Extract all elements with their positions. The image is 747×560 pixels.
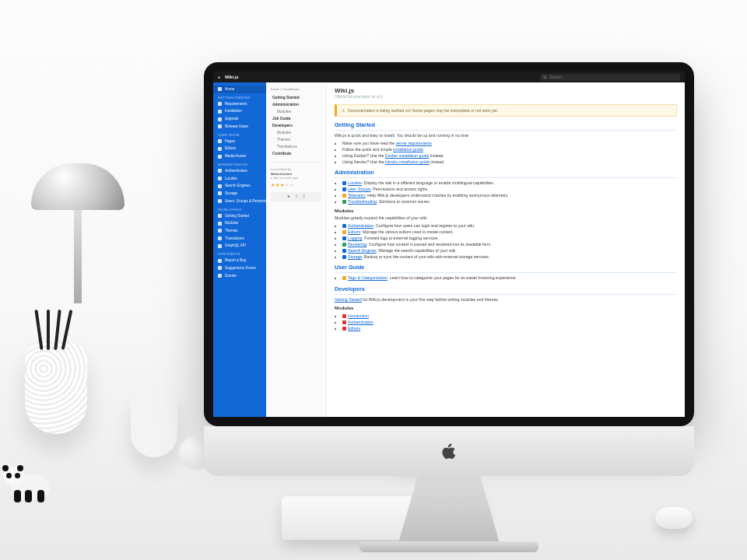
bookmark-icon[interactable]: ◈ bbox=[287, 194, 290, 199]
pencils bbox=[34, 310, 76, 348]
nav-icon bbox=[218, 117, 222, 121]
sidebar-item-label: Requirements bbox=[225, 102, 247, 107]
print-icon[interactable]: ⎙ bbox=[303, 194, 305, 199]
toc-item[interactable]: Getting Started bbox=[271, 95, 321, 102]
link[interactable]: Tags & Categorization bbox=[348, 275, 388, 280]
toc-item[interactable]: Themes bbox=[271, 136, 321, 143]
sidebar-item-label: Pages bbox=[225, 139, 235, 144]
sidebar-item[interactable]: Release Notes bbox=[213, 123, 266, 131]
list-item: User Groups: Permissions and access righ… bbox=[342, 187, 677, 192]
menu-icon[interactable]: ≡ bbox=[218, 75, 220, 80]
sidebar-item[interactable]: Installation bbox=[213, 107, 266, 115]
sidebar-item[interactable]: Upgrade bbox=[213, 115, 266, 123]
sidebar-item[interactable]: Search Engines bbox=[213, 182, 266, 190]
link[interactable]: Authentication bbox=[348, 320, 374, 324]
toc-item[interactable]: Job Guide bbox=[271, 115, 321, 122]
link-dev-getting-started[interactable]: Getting Started bbox=[335, 297, 362, 302]
last-edited-date: a few seconds ago bbox=[271, 176, 321, 180]
sidebar-item[interactable]: Locales bbox=[213, 175, 266, 183]
app-title: Wiki.js bbox=[225, 75, 239, 80]
intro-text: Wiki.js is quick and easy to install. Yo… bbox=[335, 133, 677, 138]
sidebar-item[interactable]: Suggestions Forum bbox=[213, 264, 266, 272]
sidebar-section-label: Developers bbox=[213, 205, 266, 212]
nav-icon bbox=[218, 222, 222, 226]
sidebar-item[interactable]: Themes bbox=[213, 227, 266, 235]
link[interactable]: Editors bbox=[348, 326, 360, 331]
sidebar-item[interactable]: Authentication bbox=[213, 167, 266, 175]
toc-item[interactable]: Contribute bbox=[271, 150, 321, 157]
sidebar-item[interactable]: Media Assets bbox=[213, 152, 266, 160]
heading-modules: Modules bbox=[335, 208, 677, 215]
sidebar-item[interactable]: Modules bbox=[213, 219, 266, 227]
nav-icon bbox=[218, 139, 222, 143]
search-input[interactable] bbox=[549, 75, 677, 79]
sidebar-item[interactable]: Donate bbox=[213, 272, 266, 280]
sidebar-item[interactable]: Users, Groups & Permissions bbox=[213, 198, 266, 205]
sidebar-item[interactable]: GraphQL API bbox=[213, 242, 266, 250]
doc-icon bbox=[342, 243, 346, 247]
link[interactable]: Telemetry bbox=[348, 193, 365, 198]
sidebar-item[interactable]: Requirements bbox=[213, 100, 266, 108]
nav-icon bbox=[218, 244, 222, 248]
heading-getting-started: Getting Started bbox=[335, 121, 677, 131]
rating-stars[interactable]: ★★★★★ bbox=[271, 183, 321, 189]
link[interactable]: Introduction bbox=[348, 313, 369, 318]
list-item: Editors: Manage the various editors used… bbox=[342, 229, 677, 235]
sidebar-item-label: Installation bbox=[225, 109, 242, 114]
link[interactable]: Locales bbox=[348, 180, 362, 185]
list-item: Authentication: Configure how users can … bbox=[342, 223, 677, 229]
doc-icon bbox=[342, 314, 346, 318]
apple-logo-icon bbox=[440, 441, 458, 461]
share-icon[interactable]: ⇪ bbox=[295, 194, 298, 199]
mouse bbox=[655, 507, 693, 529]
warning-callout: ⚠ Documentation is being worked on! Some… bbox=[335, 104, 677, 117]
list-item: Follow the quick and simple installation… bbox=[342, 147, 677, 152]
vase bbox=[131, 387, 177, 457]
sidebar-item[interactable]: Report a Bug bbox=[213, 257, 266, 264]
sidebar-home[interactable]: Home bbox=[213, 86, 266, 93]
nav-icon bbox=[218, 169, 222, 173]
link[interactable]: User Groups bbox=[348, 187, 370, 191]
svg-line-1 bbox=[545, 78, 546, 79]
administration-list: Locales: Display the wiki in a different… bbox=[335, 180, 677, 205]
link[interactable]: Rendering bbox=[348, 242, 366, 247]
sidebar-item-label: Media Assets bbox=[225, 154, 246, 159]
link[interactable]: Authentication bbox=[348, 223, 374, 228]
list-item: Make sure you have read the server requi… bbox=[342, 141, 677, 146]
toc-item[interactable]: Translations bbox=[271, 143, 321, 150]
sidebar-item[interactable]: Storage bbox=[213, 190, 266, 198]
panda-figurine bbox=[3, 467, 59, 506]
toc-item[interactable]: Developers bbox=[271, 122, 321, 129]
link[interactable]: installation guide bbox=[393, 147, 423, 152]
toc-item[interactable]: Administration bbox=[271, 101, 321, 108]
main-content: Wiki.js Official Documentation for v2.x … bbox=[327, 82, 685, 417]
sidebar-item-label: Themes bbox=[225, 229, 238, 233]
link[interactable]: Heroku installation guide bbox=[385, 159, 430, 164]
toc-item[interactable]: Modules bbox=[271, 108, 321, 115]
toc-item[interactable]: Modules bbox=[271, 129, 321, 136]
nav-icon bbox=[218, 236, 222, 240]
link[interactable]: Troubleshooting bbox=[348, 199, 377, 204]
sidebar-item[interactable]: Getting Started bbox=[213, 212, 266, 220]
sidebar-item[interactable]: Translations bbox=[213, 235, 266, 243]
desk-scene: ≡ Wiki.js Home Getting StartedRequiremen… bbox=[0, 0, 747, 560]
doc-icon bbox=[342, 200, 346, 204]
doc-icon bbox=[342, 320, 346, 324]
link[interactable]: Search Engines bbox=[348, 248, 377, 253]
screen: ≡ Wiki.js Home Getting StartedRequiremen… bbox=[213, 72, 685, 417]
nav-icon bbox=[218, 191, 222, 195]
nav-icon bbox=[218, 214, 222, 218]
link[interactable]: Editors bbox=[348, 229, 360, 234]
link[interactable]: Logging bbox=[348, 236, 362, 240]
imac-chin bbox=[204, 426, 694, 476]
sidebar-item-label: Suggestions Forum bbox=[225, 266, 256, 271]
link[interactable]: server requirements bbox=[396, 141, 432, 145]
sidebar-item-label: Release Notes bbox=[225, 124, 248, 129]
list-item: Editors bbox=[342, 326, 677, 331]
link[interactable]: Storage bbox=[348, 254, 362, 259]
sidebar-item[interactable]: Editors bbox=[213, 145, 266, 152]
sidebar-item-label: Search Engines bbox=[225, 184, 250, 188]
search-field[interactable] bbox=[540, 74, 680, 81]
sidebar-item[interactable]: Pages bbox=[213, 138, 266, 145]
link[interactable]: Docker installation guide bbox=[385, 153, 430, 158]
